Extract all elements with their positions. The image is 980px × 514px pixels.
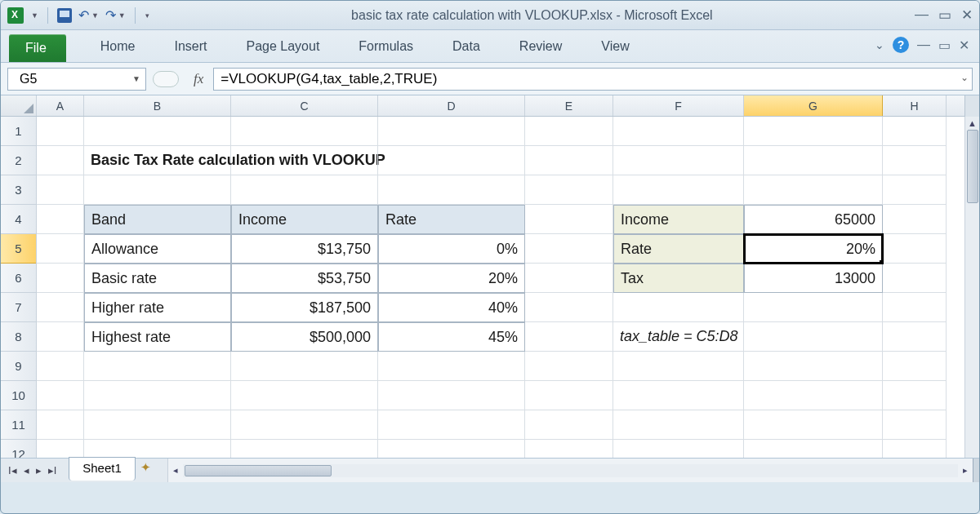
cell-C1[interactable] [231,117,378,146]
cell-B9[interactable] [84,352,231,381]
cell-D2[interactable] [378,146,525,175]
workbook-restore-icon[interactable]: ▭ [938,38,951,53]
col-header-E[interactable]: E [525,95,613,116]
tax-rate-1[interactable]: 20% [378,264,525,293]
cell-H7[interactable] [883,293,947,322]
cell-B11[interactable] [84,410,231,440]
tab-insert[interactable]: Insert [154,31,226,62]
undo-button[interactable]: ↶▼ [78,7,99,23]
cell-A7[interactable] [37,293,84,322]
cell-A4[interactable] [37,205,84,234]
cell-C2[interactable] [231,146,378,175]
cell-E1[interactable] [525,117,613,146]
tax-income-2[interactable]: $187,500 [231,293,378,322]
row-header-11[interactable]: 11 [1,410,36,440]
tab-data[interactable]: Data [433,31,500,62]
cell-C10[interactable] [231,381,378,410]
cell-F11[interactable] [613,410,744,440]
sheet-title[interactable]: Basic Tax Rate calculation with VLOOKUP [84,146,231,175]
sheet-nav-first-icon[interactable]: I◂ [6,463,20,478]
cell-H8[interactable] [883,322,947,352]
cell-C9[interactable] [231,352,378,381]
save-icon[interactable] [57,8,72,23]
tab-page-layout[interactable]: Page Layout [226,31,339,62]
cell-G3[interactable] [744,175,883,205]
cell-F10[interactable] [613,381,744,410]
calc-tax-value[interactable]: 13000 [744,264,883,293]
sheet-nav-last-icon[interactable]: ▸I [46,463,60,478]
cell-F3[interactable] [613,175,744,205]
fx-label[interactable]: fx [194,71,203,87]
calc-rate-value[interactable]: 20% [744,234,883,264]
cell-A11[interactable] [37,410,84,440]
excel-icon[interactable] [7,7,24,24]
col-header-G[interactable]: G [744,95,883,116]
cell-G2[interactable] [744,146,883,175]
cell-F7[interactable] [613,293,744,322]
row-header-8[interactable]: 8 [1,322,36,352]
row-header-9[interactable]: 9 [1,352,36,381]
cell-G11[interactable] [744,410,883,440]
tab-formulas[interactable]: Formulas [339,31,433,62]
cell-A2[interactable] [37,146,84,175]
cell-A9[interactable] [37,352,84,381]
row-header-1[interactable]: 1 [1,117,36,146]
calc-tax-label[interactable]: Tax [613,264,744,293]
row-header-7[interactable]: 7 [1,293,36,322]
hscroll-thumb[interactable] [185,465,332,476]
cell-G1[interactable] [744,117,883,146]
sheet-tab-sheet1[interactable]: Sheet1 [69,457,136,481]
cell-B1[interactable] [84,117,231,146]
cell-D11[interactable] [378,410,525,440]
qat-menu-dropdown[interactable]: ▼ [31,11,38,20]
ribbon-minimize-icon[interactable]: ⌄ [875,38,884,51]
cell-E4[interactable] [525,205,613,234]
row-header-5[interactable]: 5 [1,234,36,264]
row-header-2[interactable]: 2 [1,146,36,175]
row-header-4[interactable]: 4 [1,205,36,234]
cell-G10[interactable] [744,381,883,410]
row-header-10[interactable]: 10 [1,381,36,410]
minimize-icon[interactable]: — [915,7,929,24]
cell-F1[interactable] [613,117,744,146]
row-header-3[interactable]: 3 [1,175,36,205]
sheet-nav-prev-icon[interactable]: ◂ [21,463,32,478]
cell-E7[interactable] [525,293,613,322]
cell-H6[interactable] [883,264,947,293]
workbook-minimize-icon[interactable]: — [917,38,930,52]
cell-H4[interactable] [883,205,947,234]
hscroll-track[interactable] [183,464,958,477]
cell-B3[interactable] [84,175,231,205]
cell-E9[interactable] [525,352,613,381]
tax-income-0[interactable]: $13,750 [231,234,378,264]
cell-C3[interactable] [231,175,378,205]
cells-area[interactable]: Basic Tax Rate calculation with VLOOKUPB… [37,117,964,467]
cell-G7[interactable] [744,293,883,322]
cell-E6[interactable] [525,264,613,293]
horizontal-scrollbar[interactable]: ◂ ▸ [167,459,973,482]
tax-income-3[interactable]: $500,000 [231,322,378,352]
row-header-6[interactable]: 6 [1,264,36,293]
vscroll-thumb[interactable] [967,130,978,203]
cell-D3[interactable] [378,175,525,205]
cell-G9[interactable] [744,352,883,381]
vertical-split-handle[interactable] [964,95,979,117]
cell-F2[interactable] [613,146,744,175]
cell-H3[interactable] [883,175,947,205]
col-header-B[interactable]: B [84,95,231,116]
calc-rate-label[interactable]: Rate [613,234,744,264]
tax-rate-0[interactable]: 0% [378,234,525,264]
tax-income-1[interactable]: $53,750 [231,264,378,293]
name-box-dropdown-icon[interactable]: ▼ [132,74,140,83]
tax-band-1[interactable]: Basic rate [84,264,231,293]
cell-A3[interactable] [37,175,84,205]
tax-header-rate[interactable]: Rate [378,205,525,234]
file-tab[interactable]: File [9,34,66,62]
tax-header-band[interactable]: Band [84,205,231,234]
tax-rate-2[interactable]: 40% [378,293,525,322]
cell-E10[interactable] [525,381,613,410]
cell-D9[interactable] [378,352,525,381]
cell-D1[interactable] [378,117,525,146]
tax-band-3[interactable]: Highest rate [84,322,231,352]
tax-band-2[interactable]: Higher rate [84,293,231,322]
